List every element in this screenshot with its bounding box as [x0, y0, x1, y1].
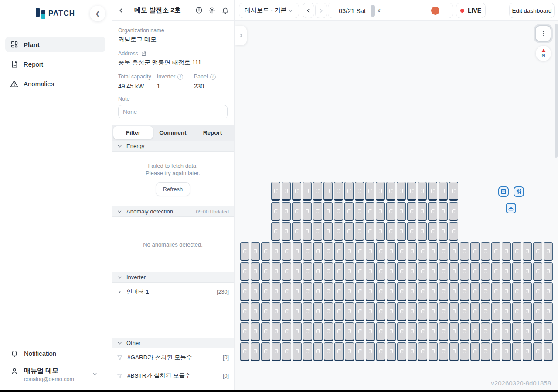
combiner-box-marker[interactable]: [498, 186, 509, 197]
solar-panel[interactable]: [282, 222, 291, 241]
solar-panel[interactable]: [481, 282, 490, 301]
solar-panel[interactable]: [512, 242, 521, 261]
compass-control[interactable]: N: [536, 46, 551, 61]
solar-panel[interactable]: [303, 342, 312, 361]
solar-panel[interactable]: [345, 282, 354, 301]
solar-panel[interactable]: [407, 202, 416, 221]
solar-panel[interactable]: [365, 202, 374, 221]
solar-panel[interactable]: [449, 262, 459, 281]
solar-panel[interactable]: [418, 242, 427, 261]
solar-panel[interactable]: [544, 242, 553, 261]
solar-panel[interactable]: [376, 202, 385, 221]
solar-panel[interactable]: [313, 322, 323, 341]
solar-panel[interactable]: [428, 222, 437, 241]
solar-panel[interactable]: [324, 322, 333, 341]
solar-panel[interactable]: [366, 262, 375, 281]
solar-panel[interactable]: [460, 302, 469, 321]
solar-panel[interactable]: [271, 182, 280, 201]
solar-panel[interactable]: [240, 302, 249, 321]
solar-panel[interactable]: [272, 322, 281, 341]
solar-panel[interactable]: [439, 282, 448, 301]
solar-panel[interactable]: [502, 302, 511, 321]
dashboard-select[interactable]: 대시보드 - 기본: [239, 3, 299, 18]
solar-panel[interactable]: [344, 182, 354, 201]
next-date-button[interactable]: [315, 3, 327, 18]
gear-icon[interactable]: [208, 7, 216, 14]
solar-panel[interactable]: [397, 222, 406, 241]
equalizer-marker[interactable]: [514, 186, 524, 197]
solar-panel[interactable]: [282, 182, 291, 201]
solar-panel[interactable]: [376, 282, 385, 301]
tab-filter[interactable]: Filter: [113, 126, 153, 139]
solar-panel[interactable]: [408, 282, 417, 301]
solar-panel[interactable]: [323, 222, 333, 241]
solar-panel[interactable]: [261, 282, 270, 301]
solar-panel[interactable]: [460, 262, 469, 281]
solar-panel[interactable]: [324, 302, 333, 321]
solar-panel[interactable]: [271, 222, 280, 241]
solar-panel[interactable]: [502, 262, 511, 281]
solar-panel[interactable]: [324, 242, 333, 261]
solar-panel[interactable]: [387, 342, 396, 361]
solar-panel[interactable]: [408, 262, 417, 281]
solar-panel[interactable]: [355, 202, 364, 221]
solar-panel[interactable]: [282, 322, 291, 341]
edit-dashboard-button[interactable]: Edit dashboard: [509, 3, 555, 18]
solar-panel[interactable]: [428, 202, 437, 221]
solar-panel[interactable]: [240, 242, 249, 261]
solar-panel[interactable]: [439, 302, 448, 321]
solar-panel[interactable]: [439, 182, 448, 201]
solar-panel[interactable]: [251, 282, 260, 301]
solar-panel[interactable]: [345, 302, 354, 321]
solar-panel[interactable]: [313, 222, 322, 241]
solar-panel[interactable]: [491, 322, 500, 341]
solar-panel[interactable]: [272, 242, 281, 261]
solar-panel[interactable]: [523, 242, 532, 261]
time-slider-handle[interactable]: [371, 5, 375, 17]
solar-panel[interactable]: [523, 282, 532, 301]
user-account-button[interactable]: 매뉴얼 데모 conalog@demo.com: [5, 362, 105, 384]
solar-panel[interactable]: [261, 322, 270, 341]
notification-button[interactable]: Notification: [5, 345, 105, 362]
solar-panel[interactable]: [460, 242, 469, 261]
solar-panel[interactable]: [334, 302, 344, 321]
solar-panel[interactable]: [251, 302, 260, 321]
solar-panel[interactable]: [313, 342, 323, 361]
solar-panel[interactable]: [282, 282, 291, 301]
solar-panel[interactable]: [418, 302, 427, 321]
solar-panel[interactable]: [439, 322, 448, 341]
solar-panel[interactable]: [418, 222, 427, 241]
info-icon[interactable]: i: [177, 74, 183, 80]
solar-panel[interactable]: [429, 322, 438, 341]
tab-report[interactable]: Report: [193, 126, 232, 139]
solar-panel[interactable]: [334, 222, 343, 241]
solar-panel[interactable]: [523, 342, 532, 361]
expand-panel-button[interactable]: [235, 26, 247, 45]
solar-panel[interactable]: [429, 282, 438, 301]
solar-panel[interactable]: [533, 302, 542, 321]
solar-panel[interactable]: [407, 222, 416, 241]
solar-panel[interactable]: [355, 302, 364, 321]
solar-panel[interactable]: [355, 222, 364, 241]
solar-panel[interactable]: [544, 342, 553, 361]
solar-panel[interactable]: [418, 282, 427, 301]
solar-panel[interactable]: [460, 342, 469, 361]
solar-panel[interactable]: [282, 262, 291, 281]
solar-panel[interactable]: [491, 262, 500, 281]
solar-panel[interactable]: [334, 242, 344, 261]
solar-panel[interactable]: [303, 322, 312, 341]
solar-panel[interactable]: [491, 282, 500, 301]
solar-panel[interactable]: [293, 262, 302, 281]
solar-panel[interactable]: [408, 322, 417, 341]
solar-panel[interactable]: [251, 322, 260, 341]
solar-panel[interactable]: [282, 302, 291, 321]
solar-panel[interactable]: [470, 282, 480, 301]
solar-panel[interactable]: [460, 282, 469, 301]
solar-panel[interactable]: [376, 182, 385, 201]
solar-panel[interactable]: [345, 322, 354, 341]
solar-panel[interactable]: [407, 182, 416, 201]
sidebar-item-plant[interactable]: Plant: [5, 37, 105, 52]
solar-panel[interactable]: [449, 322, 459, 341]
solar-panel[interactable]: [303, 302, 312, 321]
solar-panel[interactable]: [345, 342, 354, 361]
